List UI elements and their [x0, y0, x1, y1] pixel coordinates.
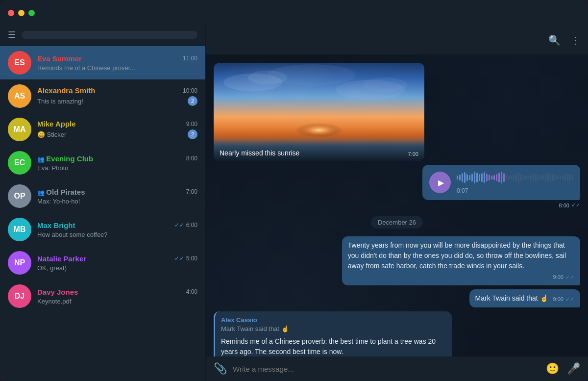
- avatar-davy-jones: DJ: [8, 284, 31, 308]
- reply-preview: Mark Twain said that ☝️: [221, 325, 446, 332]
- search-icon[interactable]: 🔍: [548, 34, 561, 46]
- mark-twain-time: 9:00: [553, 295, 564, 304]
- waveform-bar: [508, 175, 510, 180]
- waveform-bar: [557, 176, 559, 179]
- chat-time-natalie-parker: ✓✓ 5:00: [174, 255, 197, 262]
- waveform-bar: [464, 172, 466, 183]
- chat-time-mike-apple: 9:00: [186, 121, 197, 127]
- voice-message: ▶ 0:07 8:00 ✓✓: [422, 165, 580, 208]
- image-caption-text: Nearly missed this sunrise: [220, 149, 299, 157]
- chat-item-natalie-parker[interactable]: NPNatalie Parker✓✓ 5:00OK, great): [0, 246, 205, 279]
- voice-meta: 8:00 ✓✓: [422, 202, 580, 208]
- close-button[interactable]: [8, 10, 14, 16]
- chat-item-max-bright[interactable]: MBMax Bright✓✓ 6:00How about some coffee…: [0, 213, 205, 246]
- waveform-bar: [498, 173, 500, 182]
- avatar-eva-summer: ES: [8, 51, 31, 75]
- chat-item-davy-jones[interactable]: DJDavy Jones4:00Keynote.pdf: [0, 279, 205, 313]
- waveform-bar: [469, 175, 470, 180]
- voice-duration: 0:07: [457, 187, 573, 194]
- mark-twain-bubble: Mark Twain said that ☝️ 9:00 ✓✓: [469, 289, 580, 307]
- voice-bubble: ▶ 0:07: [422, 165, 580, 200]
- main-layout: ☰ ESEva Summer11:00Reminds me of a Chine…: [0, 25, 588, 381]
- chat-preview-davy-jones: Keynote.pdf: [37, 298, 197, 305]
- avatar-natalie-parker: NP: [8, 251, 31, 275]
- chat-preview-eva-summer: Reminds me of a Chinese prover...: [37, 64, 197, 72]
- waveform-bar: [484, 172, 485, 183]
- waveform-bar: [462, 173, 463, 182]
- mark-twain-message: Mark Twain said that ☝️ 9:00 ✓✓: [469, 289, 580, 307]
- chat-item-eva-summer[interactable]: ESEva Summer11:00Reminds me of a Chinese…: [0, 46, 205, 79]
- chat-name-mike-apple: Mike Apple: [37, 120, 76, 128]
- menu-icon[interactable]: ☰: [8, 29, 16, 40]
- badge-alexandra-smith: 2: [188, 96, 197, 106]
- message-input[interactable]: [233, 365, 540, 373]
- long-quote-time: 9:00: [553, 273, 564, 281]
- waveform-bar: [515, 173, 517, 182]
- svg-point-4: [363, 77, 407, 92]
- waveform-bar: [555, 175, 556, 180]
- search-bar[interactable]: [22, 31, 197, 39]
- title-bar: [0, 0, 588, 25]
- chat-time-evening-club: 8:00: [186, 155, 197, 162]
- emoji-icon[interactable]: 🙂: [546, 362, 559, 375]
- waveform-bar: [511, 176, 512, 179]
- waveform-bar: [459, 175, 461, 180]
- waveform-bar: [538, 175, 539, 180]
- waveform-bar: [491, 176, 492, 179]
- waveform-bar: [493, 175, 495, 180]
- chat-panel: 🔍 ⋮: [206, 25, 588, 381]
- waveform-bar: [520, 174, 522, 181]
- svg-point-5: [268, 64, 356, 86]
- more-icon[interactable]: ⋮: [570, 34, 580, 46]
- waveform-bars: [457, 171, 573, 184]
- attach-icon[interactable]: 📎: [214, 362, 227, 375]
- long-quote-meta: 9:00 ✓✓: [348, 273, 574, 281]
- chat-name-davy-jones: Davy Jones: [37, 288, 78, 296]
- badge-mike-apple: 2: [188, 129, 197, 139]
- chat-info-mike-apple: Mike Apple9:00😀 Sticker2: [37, 120, 197, 139]
- waveform-bar: [466, 174, 468, 181]
- mic-icon[interactable]: 🎤: [567, 362, 580, 375]
- chat-item-old-pirates[interactable]: OP👥 Old Pirates7:00Max: Yo-ho-ho!: [0, 179, 205, 213]
- chat-time-davy-jones: 4:00: [186, 288, 197, 295]
- messages-area: Nearly missed this sunrise 7:00 ▶ 0:07 8…: [206, 55, 588, 356]
- chat-item-evening-club[interactable]: EC👥 Evening Club8:00Eva: Photo: [0, 146, 205, 179]
- chat-name-evening-club: 👥 Evening Club: [37, 154, 93, 163]
- chat-preview-max-bright: How about some coffee?: [37, 231, 197, 238]
- chat-time-eva-summer: 11:00: [183, 55, 197, 62]
- waveform-bar: [496, 174, 497, 181]
- waveform-bar: [503, 173, 505, 182]
- chat-item-mike-apple[interactable]: MAMike Apple9:00😀 Sticker2: [0, 113, 205, 146]
- waveform-bar: [542, 175, 544, 180]
- mark-twain-check: ✓✓: [565, 295, 574, 304]
- chat-name-natalie-parker: Natalie Parker: [37, 254, 86, 263]
- avatar-mike-apple: MA: [8, 118, 31, 141]
- chat-header-icons: 🔍 ⋮: [548, 34, 580, 46]
- chat-preview-mike-apple: 😀 Sticker: [37, 131, 188, 138]
- waveform-bar: [518, 172, 519, 183]
- avatar-alexandra-smith: AS: [8, 84, 31, 108]
- chat-item-alexandra-smith[interactable]: ASAlexandra Smith10:00This is amazing!2: [0, 79, 205, 113]
- waveform-bar: [523, 175, 524, 180]
- sidebar: ☰ ESEva Summer11:00Reminds me of a Chine…: [0, 25, 206, 381]
- avatar-old-pirates: OP: [8, 184, 31, 208]
- waveform-bar: [569, 174, 571, 181]
- waveform-bar: [552, 174, 554, 181]
- minimize-button[interactable]: [18, 10, 24, 16]
- waveform-bar: [489, 175, 490, 180]
- waveform-bar: [528, 176, 529, 179]
- image-caption: Nearly missed this sunrise 7:00: [214, 139, 424, 161]
- waveform-bar: [513, 174, 514, 181]
- chat-time-old-pirates: 7:00: [186, 188, 197, 195]
- chat-info-natalie-parker: Natalie Parker✓✓ 5:00OK, great): [37, 254, 197, 272]
- title-bar-controls: [8, 10, 35, 16]
- reply-message: Alex Cassio Mark Twain said that ☝️ Remi…: [214, 311, 452, 357]
- waveform-bar: [550, 173, 551, 182]
- waveform-bar: [567, 174, 568, 181]
- waveform-bar: [545, 174, 546, 181]
- play-button[interactable]: ▶: [429, 172, 451, 193]
- svg-point-0: [280, 114, 358, 139]
- mark-twain-text: Mark Twain said that ☝️: [475, 293, 548, 304]
- maximize-button[interactable]: [28, 10, 35, 16]
- waveform-bar: [533, 174, 534, 181]
